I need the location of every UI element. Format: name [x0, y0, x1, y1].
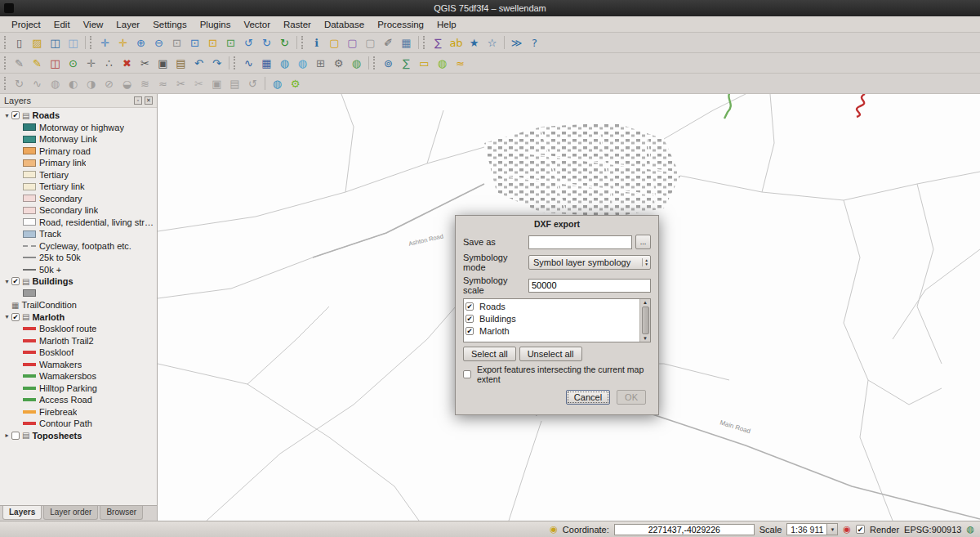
- menu-settings[interactable]: Settings: [146, 18, 194, 31]
- toolbar-openlayers-button[interactable]: ◍: [294, 55, 311, 72]
- toolbar-simplify-feature-button[interactable]: ∿: [29, 75, 46, 92]
- log-messages-icon[interactable]: ◉: [550, 525, 558, 534]
- toolbar-new-bookmark-button[interactable]: ★: [466, 34, 483, 51]
- scroll-down-icon[interactable]: ▼: [643, 335, 648, 342]
- extent-checkbox[interactable]: [463, 370, 471, 378]
- toolbar-field-calculator-button[interactable]: ∑: [430, 34, 447, 51]
- dialog-layer-marloth[interactable]: ✔Marloth: [466, 324, 638, 337]
- close-panel-icon[interactable]: ✕: [145, 96, 153, 105]
- toolbar-split-parts-button[interactable]: ✂: [190, 75, 207, 92]
- toolbar-plugin-builder-button[interactable]: ⚙: [287, 75, 304, 92]
- toolbar-grass-tools-button[interactable]: ◍: [348, 55, 365, 72]
- layer-row-motorway-link[interactable]: Motorway Link: [0, 133, 157, 145]
- toolbar-zoom-last-button[interactable]: ↺: [240, 34, 257, 51]
- select-all-button[interactable]: Select all: [463, 347, 516, 361]
- layer-row-firebreak[interactable]: Firebreak: [0, 406, 157, 418]
- layer-row-wamakers[interactable]: Wamakers: [0, 359, 157, 371]
- toolbar-python-console-button[interactable]: ≫: [508, 34, 525, 51]
- toolbar-open-attribute-table-button[interactable]: ▦: [398, 34, 415, 51]
- menu-raster[interactable]: Raster: [277, 18, 318, 31]
- toolbar-handle[interactable]: [423, 36, 426, 49]
- toolbar-move-feature-button[interactable]: ✛: [82, 55, 100, 72]
- crs-status-icon[interactable]: ◍: [966, 525, 974, 534]
- dialog-layer-roads[interactable]: ✔Roads: [466, 300, 638, 312]
- toolbar-save-project-button[interactable]: ◫: [47, 34, 64, 51]
- expander-icon[interactable]: ▾: [2, 112, 11, 119]
- menu-plugins[interactable]: Plugins: [194, 18, 238, 31]
- stop-render-icon[interactable]: ◉: [843, 525, 851, 534]
- scale-combo[interactable]: 1:36 911 ▼: [786, 523, 838, 535]
- toolbar-merge-feature-attributes-button[interactable]: ▤: [226, 75, 243, 92]
- toolbar-offset-curve-button[interactable]: ≈: [154, 75, 172, 92]
- toolbar-handle[interactable]: [234, 56, 237, 69]
- layer-row-secondary[interactable]: Secondary: [0, 193, 157, 205]
- dialog-layer-checkbox[interactable]: ✔: [466, 315, 474, 323]
- toolbar-help-contents-button[interactable]: ?: [526, 34, 543, 51]
- cancel-button[interactable]: Cancel: [566, 390, 610, 405]
- toolbar-coordinate-capture-button[interactable]: ⊚: [380, 55, 397, 72]
- toolbar-zoom-actual-button[interactable]: ⊡: [168, 34, 185, 51]
- unselect-all-button[interactable]: Unselect all: [519, 347, 582, 361]
- toolbar-handle[interactable]: [4, 56, 7, 69]
- scroll-thumb[interactable]: [642, 307, 649, 334]
- toolbar-merge-features-button[interactable]: ▣: [208, 75, 225, 92]
- toolbar-add-feature-button[interactable]: ⊙: [65, 55, 82, 72]
- ok-button[interactable]: OK: [617, 390, 646, 405]
- toolbar-processing-toolbox-button[interactable]: ⚙: [330, 55, 347, 72]
- toolbar-add-ring-button[interactable]: ◍: [47, 75, 64, 92]
- menu-vector[interactable]: Vector: [237, 18, 277, 31]
- toolbar-handle[interactable]: [4, 77, 7, 90]
- layer-row-tertiary-link[interactable]: Tertiary link: [0, 181, 157, 193]
- layer-checkbox[interactable]: ✔: [11, 277, 20, 285]
- toolbar-handle[interactable]: [301, 36, 305, 49]
- toolbar-select-features-button[interactable]: ▢: [326, 34, 343, 51]
- layer-row-buildings[interactable]: ▾✔▤Buildings: [0, 275, 157, 288]
- layer-row-tertiary[interactable]: Tertiary: [0, 169, 157, 181]
- layer-row-marloth-trail2[interactable]: Marloth Trail2: [0, 335, 157, 347]
- toolbar-current-edits-button[interactable]: ✎: [11, 55, 28, 72]
- scroll-up-icon[interactable]: ▲: [643, 299, 648, 306]
- menu-layer[interactable]: Layer: [109, 18, 146, 31]
- toolbar-map-tips-button[interactable]: ▭: [416, 55, 433, 72]
- layer-row-primary-road[interactable]: Primary road: [0, 145, 157, 158]
- toolbar-open-project-button[interactable]: ▨: [29, 34, 46, 51]
- toolbar-georeferencer-button[interactable]: ⊞: [312, 55, 329, 72]
- dialog-layer-checkbox[interactable]: ✔: [466, 302, 474, 311]
- toolbar-handle[interactable]: [373, 56, 376, 69]
- layer-checkbox[interactable]: [11, 432, 20, 440]
- layer-row-road-residential-living-street-etc[interactable]: Road, residential, living street, etc.: [0, 217, 157, 229]
- layer-row-25k-to-50k[interactable]: 25k to 50k: [0, 252, 157, 264]
- toolbar-labeling-button[interactable]: ab: [448, 34, 465, 51]
- layer-row-boskloof[interactable]: Boskloof: [0, 347, 157, 359]
- toolbar-osm-download-button[interactable]: ◍: [434, 55, 451, 72]
- symbology-scale-input[interactable]: [528, 279, 651, 293]
- menu-database[interactable]: Database: [318, 18, 371, 31]
- float-panel-icon[interactable]: ▫: [134, 96, 142, 105]
- layer-row-contour-path[interactable]: Contour Path: [0, 418, 157, 430]
- layer-row-toposheets[interactable]: ▸▤Toposheets: [0, 430, 157, 442]
- toolbar-new-project-button[interactable]: ▯: [11, 34, 28, 51]
- toolbar-delete-ring-button[interactable]: ⊘: [100, 75, 118, 92]
- toolbar-statistics-button[interactable]: ∑: [398, 55, 415, 72]
- layer-row-access-road[interactable]: Access Road: [0, 394, 157, 406]
- toolbar-deselect-features-button[interactable]: ▢: [362, 34, 379, 51]
- expander-icon[interactable]: ▾: [2, 313, 11, 320]
- menu-project[interactable]: Project: [5, 18, 47, 31]
- toolbar-rotate-feature-button[interactable]: ↻: [11, 75, 28, 92]
- expander-icon[interactable]: ▾: [2, 278, 11, 285]
- layer-row-secondary-link[interactable]: Secondary link: [0, 204, 157, 217]
- toolbar-delete-selected-button[interactable]: ✖: [118, 55, 136, 72]
- toolbar-rotate-point-symbols-button[interactable]: ↺: [244, 75, 261, 92]
- toolbar-save-project-as-button[interactable]: ◫: [65, 34, 82, 51]
- toolbar-raster-tools-button[interactable]: ▦: [258, 55, 275, 72]
- toolbar-split-features-button[interactable]: ✂: [172, 75, 189, 92]
- toolbar-zoom-in-button[interactable]: ⊕: [132, 34, 149, 51]
- toolbar-refresh-map-button[interactable]: ↻: [276, 34, 293, 51]
- toolbar-redo-button[interactable]: ↷: [208, 55, 225, 72]
- toolbar-select-by-expression-button[interactable]: ▢: [344, 34, 361, 51]
- panel-tab-layer-order[interactable]: Layer order: [43, 506, 98, 520]
- toolbar-undo-button[interactable]: ↶: [190, 55, 207, 72]
- toolbar-measure-line-button[interactable]: ✐: [380, 34, 397, 51]
- dialog-layer-buildings[interactable]: ✔Buildings: [466, 312, 638, 324]
- render-checkbox[interactable]: ✔: [856, 525, 865, 534]
